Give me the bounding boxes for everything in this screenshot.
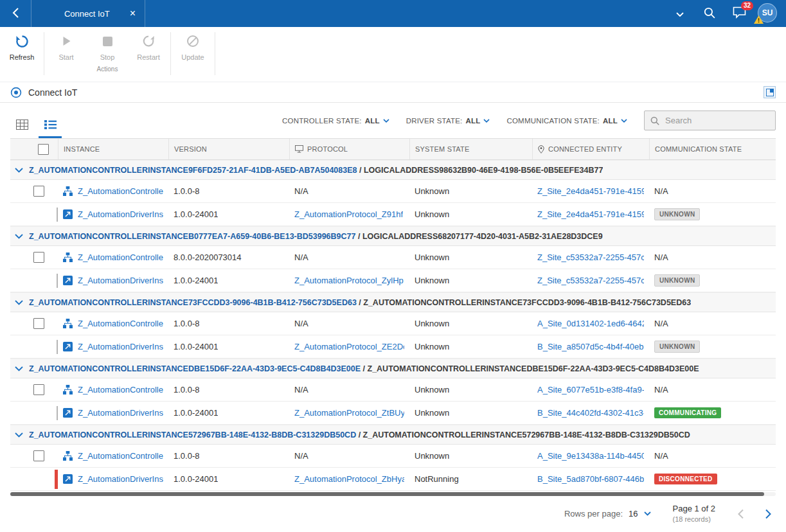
group-title-primary[interactable]: Z_AUTOMATIONCONTROLLERINSTANCEB0777EA7-A… <box>29 232 355 241</box>
table-row[interactable]: Z_AutomationControlle 1.0.0-8 N/A Unknow… <box>10 445 776 468</box>
table-row[interactable]: Z_AutomationDriverInst 1.0.0-24001 Z_Aut… <box>10 402 776 425</box>
instance-link[interactable]: Z_AutomationControlle <box>78 186 163 196</box>
row-expander-spacer <box>10 203 28 226</box>
chevron-down-icon[interactable] <box>15 366 23 371</box>
row-checkbox[interactable] <box>33 252 44 263</box>
row-checkbox[interactable] <box>33 450 44 461</box>
table-header: INSTANCE VERSION PROTOCOL SYSTEM STATE C… <box>10 138 776 160</box>
column-header-connected-entity[interactable]: CONNECTED ENTITY <box>532 139 649 159</box>
start-button[interactable]: Start <box>46 31 87 61</box>
group-header-row[interactable]: Z_AUTOMATIONCONTROLLERINSTANCEDBE15D6F-2… <box>10 359 776 378</box>
row-expander-spacer <box>10 402 28 424</box>
table-row[interactable]: Z_AutomationControlle 1.0.0-8 N/A Unknow… <box>10 312 776 335</box>
chevron-down-icon[interactable] <box>15 168 23 173</box>
group-title-primary[interactable]: Z_AUTOMATIONCONTROLLERINSTANCE572967BB-1… <box>29 430 356 439</box>
column-header-protocol[interactable]: PROTOCOL <box>289 139 409 159</box>
version-cell: 1.0.0-8 <box>168 312 289 335</box>
table-row[interactable]: Z_AutomationDriverInst 1.0.0-24001 Z_Aut… <box>10 269 776 292</box>
instance-link[interactable]: Z_AutomationControlle <box>78 253 163 262</box>
instance-link[interactable]: Z_AutomationDriverInst <box>78 342 163 351</box>
instance-cell: Z_AutomationControlle <box>58 378 168 401</box>
connected-entity-link[interactable]: Z_Site_2e4da451-791e-4159-b <box>537 209 644 219</box>
back-button[interactable] <box>0 0 31 27</box>
instance-link[interactable]: Z_AutomationDriverInst <box>78 276 163 285</box>
protocol-text[interactable]: Z_AutomationProtocol_ZtBUy <box>294 408 404 418</box>
instances-table: INSTANCE VERSION PROTOCOL SYSTEM STATE C… <box>10 138 776 491</box>
select-all-checkbox[interactable] <box>38 144 49 155</box>
table-body: Z_AUTOMATIONCONTROLLERINSTANCE9F6FD257-2… <box>10 160 776 491</box>
close-icon[interactable]: × <box>127 7 138 20</box>
tab-connect-iot[interactable]: Connect IoT × <box>31 0 145 27</box>
notifications-button[interactable]: 32 <box>724 0 754 27</box>
group-header-row[interactable]: Z_AUTOMATIONCONTROLLERINSTANCEB0777EA7-A… <box>10 226 776 246</box>
group-title-primary[interactable]: Z_AUTOMATIONCONTROLLERINSTANCE9F6FD257-2… <box>29 166 357 175</box>
restart-button[interactable]: Restart <box>128 31 169 61</box>
protocol-text[interactable]: Z_AutomationProtocol_Z91hf <box>294 209 403 219</box>
grid-view-toggle[interactable] <box>10 112 33 138</box>
table-row[interactable]: Z_AutomationDriverInst 1.0.0-24001 Z_Aut… <box>10 468 776 491</box>
stop-button[interactable]: Stop <box>87 31 128 61</box>
chevron-down-icon[interactable] <box>15 300 23 305</box>
protocol-cell: N/A <box>289 445 409 467</box>
connected-entity-link[interactable]: B_Site_44c402fd-4302-41c3-a <box>537 408 644 418</box>
table-row[interactable]: Z_AutomationDriverInst 1.0.0-24001 Z_Aut… <box>10 203 776 226</box>
instance-link[interactable]: Z_AutomationDriverInst <box>78 408 163 418</box>
protocol-text: N/A <box>294 319 308 328</box>
connected-entity-link[interactable]: Z_Site_c53532a7-2255-457c-9 <box>537 253 644 262</box>
instance-link[interactable]: Z_AutomationControlle <box>78 451 163 461</box>
table-row[interactable]: Z_AutomationDriverInst 1.0.0-24001 Z_Aut… <box>10 335 776 359</box>
instance-link[interactable]: Z_AutomationDriverInst <box>78 474 163 484</box>
column-header-instance[interactable]: INSTANCE <box>58 139 168 159</box>
column-header-communication-state[interactable]: COMMUNICATION STATE <box>649 139 776 159</box>
chevron-down-icon[interactable] <box>15 234 23 239</box>
chevron-left-icon <box>12 8 19 20</box>
dock-panel-icon <box>766 89 774 96</box>
refresh-button[interactable]: Refresh <box>1 31 42 61</box>
table-row[interactable]: Z_AutomationControlle 8.0.0-2020073014 N… <box>10 246 776 269</box>
group-title-primary[interactable]: Z_AUTOMATIONCONTROLLERINSTANCEDBE15D6F-2… <box>29 364 361 373</box>
tab-overflow-button[interactable] <box>665 0 695 27</box>
connected-entity-link[interactable]: B_Site_5ad870bf-6807-446b-9 <box>537 474 644 484</box>
instance-link[interactable]: Z_AutomationControlle <box>78 319 163 328</box>
protocol-text[interactable]: Z_AutomationProtocol_ZE2Dc <box>294 342 404 351</box>
user-menu-button[interactable]: SU <box>758 3 778 24</box>
group-header-row[interactable]: Z_AUTOMATIONCONTROLLERINSTANCE572967BB-1… <box>10 425 776 445</box>
instance-link[interactable]: Z_AutomationDriverInst <box>78 209 163 219</box>
update-button[interactable]: Update <box>172 31 213 61</box>
system-state-cell: Unknown <box>409 445 532 467</box>
row-checkbox[interactable] <box>33 384 44 395</box>
connected-entity-link[interactable]: A_Site_9e13438a-114b-4450-b <box>537 451 644 461</box>
collapse-panel-button[interactable] <box>764 86 776 98</box>
column-header-system-state[interactable]: SYSTEM STATE <box>409 139 532 159</box>
protocol-text[interactable]: Z_AutomationProtocol_ZbHya <box>294 474 404 484</box>
protocol-text: N/A <box>294 253 308 262</box>
table-row[interactable]: Z_AutomationControlle 1.0.0-8 N/A Unknow… <box>10 378 776 402</box>
rows-per-page-label: Rows per page: <box>564 509 623 519</box>
search-input[interactable] <box>664 115 769 126</box>
connected-entity-link[interactable]: Z_Site_2e4da451-791e-4159-b <box>537 186 644 196</box>
group-title-primary[interactable]: Z_AUTOMATIONCONTROLLERINSTANCE73FCCDD3-9… <box>29 298 357 307</box>
global-search-button[interactable] <box>695 0 724 27</box>
connected-entity-link[interactable]: Z_Site_c53532a7-2255-457c-9 <box>537 276 644 285</box>
driver-state-filter[interactable]: DRIVER STATE: ALL <box>406 117 490 125</box>
group-header-row[interactable]: Z_AUTOMATIONCONTROLLERINSTANCE73FCCDD3-9… <box>10 292 776 312</box>
rows-per-page-control[interactable]: Rows per page: 16 <box>564 509 651 519</box>
page-label: Page 1 of 2 <box>673 503 716 515</box>
controller-state-filter[interactable]: CONTROLLER STATE: ALL <box>282 117 389 125</box>
connected-entity-cell: B_Site_5ad870bf-6807-446b-9 <box>532 468 649 490</box>
group-header-row[interactable]: Z_AUTOMATIONCONTROLLERINSTANCE9F6FD257-2… <box>10 160 776 180</box>
protocol-text[interactable]: Z_AutomationProtocol_ZylHp <box>294 276 404 285</box>
list-view-toggle[interactable] <box>39 112 62 138</box>
chevron-down-icon[interactable] <box>15 432 23 438</box>
instance-link[interactable]: Z_AutomationControlle <box>78 385 163 395</box>
previous-page-button[interactable] <box>737 509 744 519</box>
connected-entity-link[interactable]: A_Site_0d131402-1ed6-4642-9 <box>537 319 644 328</box>
row-checkbox[interactable] <box>33 186 44 197</box>
connected-entity-link[interactable]: B_Site_a8507d5c-4b4f-40eb-a <box>537 342 644 351</box>
table-row[interactable]: Z_AutomationControlle 1.0.0-8 N/A Unknow… <box>10 180 776 203</box>
communication-state-filter[interactable]: COMMUNICATION STATE: ALL <box>506 117 627 125</box>
column-header-version[interactable]: VERSION <box>168 139 289 159</box>
next-page-button[interactable] <box>765 509 772 519</box>
connected-entity-link[interactable]: A_Site_6077e51b-e3f8-4fa9-a <box>537 385 644 395</box>
row-checkbox[interactable] <box>33 318 44 329</box>
